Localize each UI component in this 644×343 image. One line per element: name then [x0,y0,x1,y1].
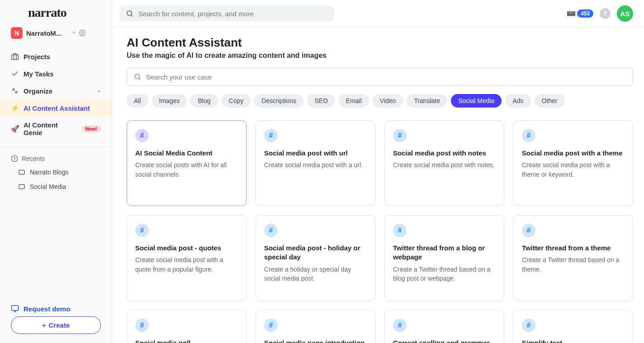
rocket-icon: 🚀 [11,125,19,133]
nav-projects[interactable]: Projects [0,48,112,65]
svg-rect-5 [19,170,24,174]
filter-chip-other[interactable]: Other [535,94,565,108]
hash-icon: # [135,319,149,332]
logo-text: narrato [28,5,66,19]
card-title: Social media post with notes [393,149,496,158]
content: AI Content Assistant Use the magic of AI… [112,28,644,343]
global-search[interactable] [119,6,334,21]
nav-ai-content-assistant[interactable]: ⚡ AI Content Assistant [0,99,112,117]
hash-icon: # [393,224,407,237]
template-card[interactable]: #Social media page introduction [256,310,375,343]
filter-chip-copy[interactable]: Copy [222,94,251,108]
filter-chip-all[interactable]: All [127,94,148,108]
hash-icon: # [264,129,278,142]
recent-label: Narrato Blogs [30,169,69,176]
template-card[interactable]: #Social media poll [127,310,246,343]
search-input[interactable] [138,10,328,18]
filter-chip-seo[interactable]: SEO [307,94,335,108]
card-title: Simplify text [522,338,625,343]
svg-rect-1 [12,55,19,60]
nav-label: AI Content Genie [24,121,77,136]
usecase-search-input[interactable] [146,73,626,81]
avatar[interactable]: AS [617,5,633,22]
sidebar: narrato N NarratoM... Projects My Tasks … [0,0,112,343]
settings-icon [11,87,19,95]
svg-point-3 [15,91,17,93]
gear-icon[interactable] [79,29,86,37]
filter-chips: AllImagesBlogCopyDescriptionsSEOEmailVid… [127,94,633,108]
recent-item[interactable]: Social Media [0,179,112,194]
chevron-down-icon[interactable] [71,29,77,37]
recents-header: Recents [0,152,112,165]
card-title: AI Social Media Content [135,149,238,158]
check-icon [11,70,19,78]
filter-chip-descriptions[interactable]: Descriptions [254,94,303,108]
card-description: Create a Twitter thread based on a theme… [522,255,625,274]
mail-notifications[interactable]: 453 [566,9,593,19]
template-card[interactable]: #Social media post with a themeCreate so… [513,120,633,206]
svg-line-13 [139,78,140,80]
filter-chip-ads[interactable]: Ads [505,94,530,108]
briefcase-icon [11,52,19,61]
folder-icon [18,183,25,190]
new-badge: New! [82,125,101,132]
card-description: Create a Twitter thread based on a blog … [393,265,496,283]
template-card[interactable]: #Social media post - holiday or special … [256,215,375,301]
svg-point-10 [127,11,132,16]
card-title: Social media poll [135,338,238,343]
plus-icon: + [42,321,46,329]
recents-label: Recents [22,155,45,162]
filter-chip-email[interactable]: Email [339,94,369,108]
nav-ai-content-genie[interactable]: 🚀 AI Content Genie New! [0,117,112,141]
usecase-search[interactable] [127,68,633,86]
clock-icon [11,155,18,162]
topbar: 453 ? AS [112,0,644,28]
filter-chip-social-media[interactable]: Social Media [451,94,502,108]
template-card[interactable]: #AI Social Media ContentCreate social po… [127,120,246,206]
svg-point-12 [135,74,140,79]
template-card[interactable]: #Simplify text [513,310,633,343]
sidebar-footer: Request demo + Create [0,294,112,343]
template-card[interactable]: #Correct spelling and grammar [384,310,504,343]
logo[interactable]: narrato [0,0,112,23]
nav-label: Organize [24,87,52,95]
filter-chip-images[interactable]: Images [152,94,187,108]
template-card[interactable]: #Twitter thread from a blog or webpageCr… [384,215,504,301]
nav-label: AI Content Assistant [24,104,90,112]
nav-organize[interactable]: Organize ▸ [0,82,112,99]
filter-chip-blog[interactable]: Blog [190,94,218,108]
nav-label: My Tasks [24,70,53,78]
card-description: Create social media post with notes. [393,160,496,169]
card-title: Social media post with a theme [522,149,625,158]
card-title: Twitter thread from a theme [522,244,625,253]
hash-icon: # [135,129,149,142]
template-card[interactable]: #Social media post with urlCreate social… [256,120,375,206]
svg-point-0 [81,32,83,34]
card-title: Social media post - holiday or special d… [264,244,367,262]
page-subtitle: Use the magic of AI to create amazing co… [127,52,633,60]
card-grid: #AI Social Media ContentCreate social po… [127,120,633,343]
filter-chip-video[interactable]: Video [373,94,403,108]
nav-mytasks[interactable]: My Tasks [0,65,112,82]
card-description: Create a holiday or special day social m… [264,265,367,283]
template-card[interactable]: #Twitter thread from a themeCreate a Twi… [513,215,633,301]
hash-icon: # [393,129,407,142]
help-icon[interactable]: ? [600,8,611,19]
svg-point-2 [13,89,14,90]
filter-chip-translate[interactable]: Translate [407,94,447,108]
svg-line-11 [131,15,133,16]
request-demo-link[interactable]: Request demo [11,301,101,316]
create-button[interactable]: + Create [11,316,101,334]
search-icon [133,73,142,81]
recent-item[interactable]: Narrato Blogs [0,165,112,179]
hash-icon: # [393,319,407,332]
card-title: Correct spelling and grammar [393,338,496,343]
hash-icon: # [522,224,535,237]
svg-rect-6 [19,184,24,188]
workspace-selector[interactable]: N NarratoM... [0,23,112,44]
divider [0,146,112,147]
workspace-name: NarratoM... [26,29,67,37]
template-card[interactable]: #Social media post - quotesCreate social… [127,215,246,301]
card-title: Twitter thread from a blog or webpage [393,244,496,262]
template-card[interactable]: #Social media post with notesCreate soci… [384,120,504,206]
